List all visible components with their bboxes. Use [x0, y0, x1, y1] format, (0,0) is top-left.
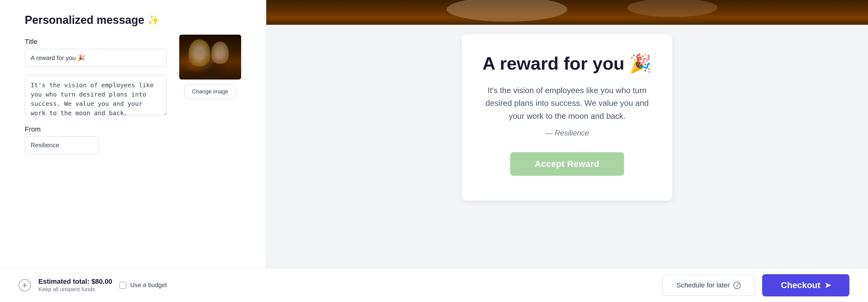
checkout-button[interactable]: Checkout ➤	[762, 274, 849, 296]
from-label: From	[25, 125, 167, 133]
from-input[interactable]	[25, 136, 99, 154]
budget-checkbox-group: Use a budget	[120, 281, 167, 289]
bottom-bar: + Estimated total: $80.00 Keep all unspe…	[0, 268, 868, 302]
reward-title: A reward for you 🎉	[483, 53, 652, 74]
title-group: Title	[25, 38, 167, 67]
message-input[interactable]: It's the vision of employees like you wh…	[25, 75, 167, 115]
form-fields: Title It's the vision of employees like …	[25, 38, 167, 163]
accept-reward-button[interactable]: Accept Reward	[510, 152, 624, 176]
right-panel: A reward for you 🎉 It's the vision of em…	[266, 0, 868, 268]
image-container: Change image	[179, 35, 241, 99]
bottom-right: Schedule for later Checkout ➤	[662, 274, 849, 296]
clock-icon	[733, 281, 741, 289]
left-panel: Personalized message ✨ Title It's the vi…	[0, 0, 266, 268]
from-group: From	[25, 125, 167, 154]
image-section: Title It's the vision of employees like …	[25, 38, 241, 163]
schedule-for-later-button[interactable]: Schedule for later	[662, 275, 755, 296]
use-budget-label: Use a budget	[130, 281, 167, 289]
reward-from: — Resilience	[545, 129, 589, 137]
office-scene-graphic	[179, 35, 241, 79]
message-group: It's the vision of employees like you wh…	[25, 75, 167, 116]
use-budget-checkbox[interactable]	[120, 282, 126, 289]
section-title: Personalized message ✨	[25, 13, 241, 27]
preview-image	[179, 35, 241, 79]
title-input[interactable]	[25, 49, 167, 67]
sparkle-icon: ✨	[147, 14, 160, 26]
schedule-label: Schedule for later	[676, 281, 730, 289]
change-image-button[interactable]: Change image	[184, 85, 236, 99]
arrow-right-icon: ➤	[825, 281, 831, 290]
reward-card: A reward for you 🎉 It's the vision of em…	[462, 34, 672, 201]
plus-icon[interactable]: +	[19, 279, 31, 292]
checkout-label: Checkout	[781, 280, 820, 290]
bottom-left: + Estimated total: $80.00 Keep all unspe…	[19, 277, 650, 293]
right-top-image	[266, 0, 868, 25]
section-title-text: Personalized message	[25, 13, 144, 27]
reward-message: It's the vision of employees like you wh…	[480, 84, 654, 123]
title-label: Title	[25, 38, 167, 46]
estimated-total: Estimated total: $80.00 Keep all unspent…	[38, 277, 112, 293]
estimated-sublabel: Keep all unspent funds	[38, 286, 112, 293]
estimated-total-label: Estimated total: $80.00	[38, 277, 112, 286]
